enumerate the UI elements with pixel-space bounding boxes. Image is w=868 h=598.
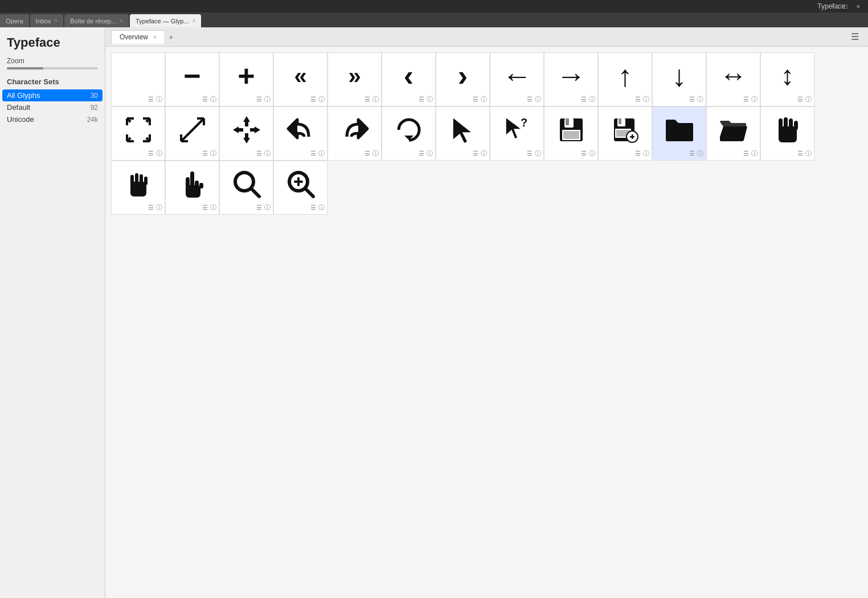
overview-tab[interactable]: Overview × [111,30,165,44]
menu-button[interactable]: ☰ [847,30,862,43]
glyph-info-icon[interactable]: ⓘ [264,95,271,104]
glyph-left-right-arrow[interactable]: ↔ ☰ ⓘ [706,52,760,107]
glyph-folder-open[interactable]: ☰ ⓘ [706,107,760,161]
glyph-list-icon[interactable]: ☰ [148,96,154,103]
tab-opera[interactable]: Opera [0,14,29,27]
glyph-info-icon[interactable]: ⓘ [535,95,541,104]
glyph-double-left[interactable]: « ☰ ⓘ [273,52,327,107]
tab-inbox[interactable]: Inbox × [30,14,64,27]
glyph-list-icon[interactable]: ☰ [797,96,803,103]
glyph-search[interactable]: ☰ ⓘ [219,161,273,215]
sidebar-item-all-glyphs[interactable]: All Glyphs 30 [2,89,103,101]
glyph-list-icon[interactable]: ☰ [365,96,370,103]
glyph-list-icon[interactable]: ☰ [635,96,641,103]
glyph-up-arrow[interactable]: ↑ ☰ ⓘ [598,52,652,107]
tab-inbox-close[interactable]: × [55,18,58,24]
glyph-list-icon[interactable]: ☰ [202,150,208,157]
zoom-slider[interactable] [7,67,98,69]
glyph-left-arrow[interactable]: ← ☰ ⓘ [490,52,544,107]
glyph-list-icon[interactable]: ☰ [148,150,154,157]
glyph-list-icon[interactable]: ☰ [202,204,208,211]
glyph-list-icon[interactable]: ☰ [635,150,641,157]
glyph-info-icon[interactable]: ⓘ [697,149,703,158]
glyph-up-down-arrow[interactable]: ↕ ☰ ⓘ [760,52,814,107]
close-button[interactable]: × [853,3,863,10]
sidebar-item-default[interactable]: Default 92 [0,101,105,113]
glyph-info-icon[interactable]: ⓘ [751,149,758,158]
glyph-left-chevron[interactable]: ‹ ☰ ⓘ [382,52,436,107]
glyph-list-icon[interactable]: ☰ [581,96,587,103]
glyph-hand-grab[interactable]: ☰ ⓘ [111,161,165,215]
glyph-list-icon[interactable]: ☰ [310,204,316,211]
tab-boite-close[interactable]: × [120,18,123,24]
glyph-list-icon[interactable]: ☰ [473,150,478,157]
glyph-folder-closed[interactable]: ☰ ⓘ [652,107,706,161]
glyph-list-icon[interactable]: ☰ [256,150,262,157]
glyph-hand-pointer[interactable]: ☰ ⓘ [165,161,219,215]
glyph-info-icon[interactable]: ⓘ [481,95,487,104]
glyph-info-icon[interactable]: ⓘ [210,95,216,104]
glyph-info-icon[interactable]: ⓘ [427,95,433,104]
glyph-right-chevron[interactable]: › ☰ ⓘ [436,52,490,107]
glyph-list-icon[interactable]: ☰ [310,96,316,103]
glyph-move[interactable]: ☰ ⓘ [219,107,273,161]
glyph-list-icon[interactable]: ☰ [310,150,316,157]
glyph-info-icon[interactable]: ⓘ [264,203,271,212]
glyph-info-icon[interactable]: ⓘ [697,95,703,104]
glyph-list-icon[interactable]: ☰ [419,96,424,103]
glyph-info-icon[interactable]: ⓘ [156,95,162,104]
glyph-double-right[interactable]: » ☰ ⓘ [327,52,382,107]
glyph-list-icon[interactable]: ☰ [365,150,370,157]
glyph-list-icon[interactable]: ☰ [473,96,478,103]
glyph-list-icon[interactable]: ☰ [527,96,533,103]
glyph-info-icon[interactable]: ⓘ [264,149,271,158]
glyph-info-icon[interactable]: ⓘ [481,149,487,158]
glyph-info-icon[interactable]: ⓘ [210,149,216,158]
glyph-list-icon[interactable]: ☰ [202,96,208,103]
glyph-info-icon[interactable]: ⓘ [589,149,595,158]
glyph-info-icon[interactable]: ⓘ [535,149,541,158]
glyph-list-icon[interactable]: ☰ [743,150,749,157]
glyph-info-icon[interactable]: ⓘ [805,149,812,158]
glyph-down-arrow[interactable]: ↓ ☰ ⓘ [652,52,706,107]
glyph-info-icon[interactable]: ⓘ [318,149,325,158]
glyph-info-icon[interactable]: ⓘ [156,149,162,158]
glyph-info-icon[interactable]: ⓘ [156,203,162,212]
glyph-info-icon[interactable]: ⓘ [589,95,595,104]
glyph-list-icon[interactable]: ☰ [743,96,749,103]
glyph-cursor[interactable]: ☰ ⓘ [436,107,490,161]
glyph-save[interactable]: ☰ ⓘ [544,107,598,161]
tab-typeface[interactable]: Typeface — Glyp... × [130,14,201,27]
glyph-list-icon[interactable]: ☰ [581,150,587,157]
overview-tab-close[interactable]: × [153,34,157,40]
glyph-list-icon[interactable]: ☰ [689,150,695,157]
glyph-hand-stop[interactable]: ☰ ⓘ [760,107,814,161]
glyph-save-new[interactable]: ☰ ⓘ [598,107,652,161]
glyph-info-icon[interactable]: ⓘ [427,149,433,158]
glyph-info-icon[interactable]: ⓘ [805,95,812,104]
glyph-curve-left[interactable]: ☰ ⓘ [273,107,327,161]
tab-boite[interactable]: Boîte de récep... × [64,14,129,27]
glyph-info-icon[interactable]: ⓘ [372,95,379,104]
glyph-list-icon[interactable]: ☰ [148,204,154,211]
glyph-curve-right[interactable]: ☰ ⓘ [327,107,382,161]
sidebar-item-unicode[interactable]: Unicode 24k [0,113,105,125]
glyph-resize-full[interactable]: ☰ ⓘ [165,107,219,161]
glyph-list-icon[interactable]: ☰ [527,150,533,157]
glyph-minus[interactable]: − ☰ ⓘ [165,52,219,107]
glyph-info-icon[interactable]: ⓘ [318,203,325,212]
glyph-list-icon[interactable]: ☰ [797,150,803,157]
glyph-info-icon[interactable]: ⓘ [643,149,649,158]
glyph-list-icon[interactable]: ☰ [689,96,695,103]
glyph-info-icon[interactable]: ⓘ [372,149,379,158]
glyph-info-icon[interactable]: ⓘ [643,95,649,104]
glyph-info-icon[interactable]: ⓘ [751,95,758,104]
glyph-list-icon[interactable]: ☰ [256,204,262,211]
tab-typeface-close[interactable]: × [192,18,195,24]
glyph-plus[interactable]: + ☰ ⓘ [219,52,273,107]
glyph-resize-arrows[interactable]: ☰ ⓘ [111,107,165,161]
glyph-right-arrow[interactable]: → ☰ ⓘ [544,52,598,107]
glyph-empty[interactable]: ☰ ⓘ [111,52,165,107]
glyph-info-icon[interactable]: ⓘ [318,95,325,104]
glyph-info-icon[interactable]: ⓘ [210,203,216,212]
